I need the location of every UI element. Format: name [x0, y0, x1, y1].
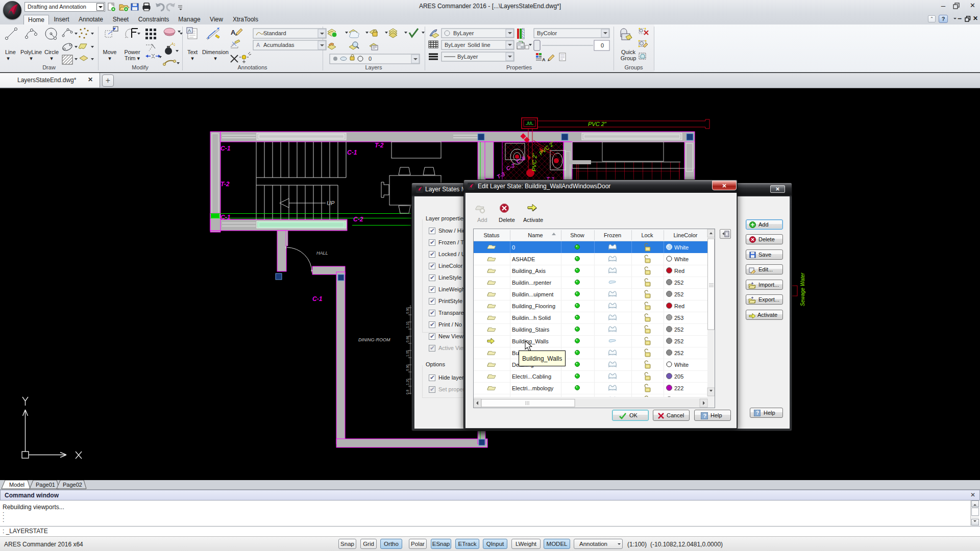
svg-text:0: 0 — [512, 244, 515, 251]
svg-text:Buildin...h Solid: Buildin...h Solid — [512, 315, 551, 321]
svg-text:252: 252 — [674, 350, 683, 356]
svg-text:PVC 2": PVC 2" — [531, 153, 537, 171]
svg-text:252: 252 — [674, 327, 683, 333]
svg-text:Electri...mbology: Electri...mbology — [512, 385, 554, 391]
svg-text:0: 0 — [369, 56, 372, 62]
svg-text:?: ? — [756, 410, 759, 416]
svg-text:252: 252 — [674, 280, 683, 286]
svg-text:1.10: 1.10 — [406, 321, 409, 328]
svg-text:A: A — [542, 57, 546, 62]
svg-text:White: White — [674, 244, 689, 251]
svg-text:0.90: 0.90 — [406, 307, 409, 314]
svg-text:White: White — [674, 362, 689, 368]
svg-text:Building_Axis: Building_Axis — [512, 268, 546, 274]
svg-text:C-1: C-1 — [347, 149, 357, 156]
svg-text:ByColor: ByColor — [537, 30, 557, 36]
svg-text:252: 252 — [674, 291, 683, 297]
svg-text:Model: Model — [9, 482, 24, 488]
svg-text:White: White — [674, 256, 689, 262]
svg-text:DINING-ROOM: DINING-ROOM — [358, 337, 390, 342]
svg-text:PVC 2": PVC 2" — [588, 121, 607, 127]
svg-text:252: 252 — [674, 338, 683, 344]
svg-text:Buildin...uipment: Buildin...uipment — [512, 291, 553, 297]
svg-text:Building_Flooring: Building_Flooring — [512, 303, 555, 309]
svg-text:C-1: C-1 — [312, 295, 323, 303]
svg-text:A: A — [256, 42, 260, 48]
svg-text:0.8: 0.8 — [406, 390, 409, 394]
svg-text:ByLayer: ByLayer — [453, 30, 474, 36]
svg-text:LineColor: LineColor — [673, 232, 697, 238]
svg-text:Electri...Cabling: Electri...Cabling — [512, 373, 551, 380]
svg-text:Solid line: Solid line — [468, 42, 491, 48]
svg-text:Buildin...rpenter: Buildin...rpenter — [512, 280, 551, 286]
svg-text:ByLayer: ByLayer — [457, 54, 478, 60]
svg-text:Red: Red — [674, 268, 684, 274]
svg-text:Acumuladas: Acumuladas — [263, 42, 295, 48]
svg-text:ByLayer: ByLayer — [445, 42, 465, 48]
svg-text:Frozen: Frozen — [604, 232, 621, 238]
svg-text:Show: Show — [570, 232, 584, 238]
svg-text:205: 205 — [674, 373, 683, 380]
svg-text:1.05: 1.05 — [406, 350, 409, 357]
svg-text:0: 0 — [601, 42, 604, 48]
svg-text:0.88: 0.88 — [406, 336, 409, 342]
svg-text:1.20: 1.20 — [406, 379, 409, 385]
svg-text:A: A — [188, 28, 191, 33]
svg-text:Page01: Page01 — [36, 482, 55, 488]
svg-text:Sewage Water: Sewage Water — [800, 272, 805, 306]
svg-text:ASHADE: ASHADE — [512, 256, 535, 262]
svg-text:222: 222 — [674, 385, 683, 391]
svg-text:UP: UP — [327, 200, 335, 206]
svg-text:C-1: C-1 — [220, 214, 231, 221]
svg-text:Name: Name — [528, 232, 543, 238]
svg-text:Status: Status — [483, 232, 500, 238]
svg-text:0.90: 0.90 — [406, 364, 409, 371]
svg-text:Page02: Page02 — [63, 482, 82, 488]
svg-text:Building_Stairs: Building_Stairs — [512, 327, 550, 333]
svg-text:C-2: C-2 — [353, 216, 363, 223]
svg-text:Lock: Lock — [641, 232, 653, 238]
svg-text:C-1: C-1 — [220, 145, 231, 152]
svg-text:Red: Red — [674, 303, 684, 309]
svg-text:A: A — [231, 29, 236, 36]
svg-text:253: 253 — [674, 315, 683, 321]
svg-text:T-2: T-2 — [375, 142, 384, 149]
svg-text:T-2: T-2 — [220, 181, 230, 188]
svg-text:HALL: HALL — [316, 251, 328, 256]
svg-text:Standard: Standard — [263, 30, 286, 36]
svg-text:?: ? — [703, 413, 707, 419]
